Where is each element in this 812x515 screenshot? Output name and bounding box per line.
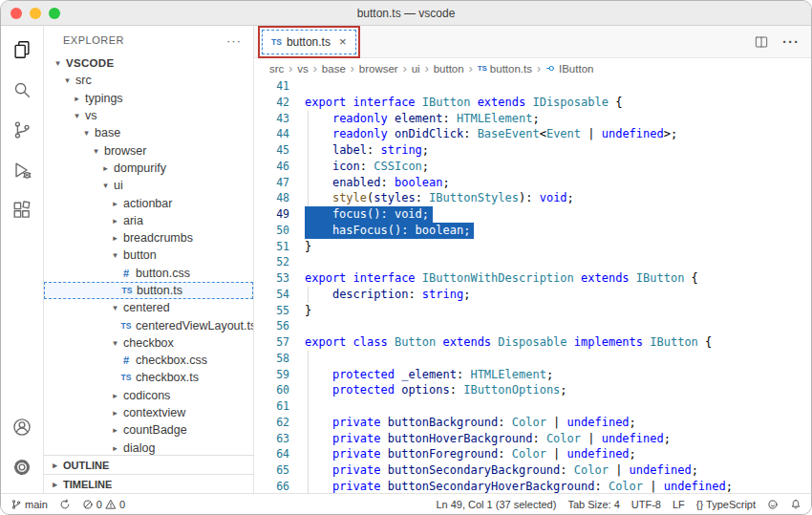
code-line-63[interactable]: 63 private buttonHoverBackground: Color …: [254, 431, 811, 447]
tree-folder-breadcrumbs[interactable]: ▸breadcrumbs: [44, 229, 253, 247]
code-line-41[interactable]: 41: [254, 78, 811, 95]
tab-button-ts[interactable]: TS button.ts ×: [262, 30, 356, 54]
split-editor-button[interactable]: [754, 34, 769, 50]
line-number: 49: [254, 206, 295, 223]
status-eol[interactable]: LF: [673, 499, 685, 510]
code-line-51[interactable]: 51}: [254, 239, 811, 255]
tree-folder-aria[interactable]: ▸aria: [44, 212, 253, 229]
tree-folder-dialog[interactable]: ▸dialog: [44, 440, 253, 455]
line-number: 44: [254, 126, 295, 142]
code-line-48[interactable]: 48 style(styles: IButtonStyles): void;: [254, 190, 811, 206]
tree-folder-button[interactable]: ▾button: [44, 247, 253, 264]
code-line-61[interactable]: 61: [254, 398, 811, 415]
activitybar-settings[interactable]: [1, 447, 43, 487]
tree-folder-countBadge[interactable]: ▸countBadge: [44, 421, 253, 439]
tree-folder-codicons[interactable]: ▸codicons: [44, 387, 253, 404]
code-line-50[interactable]: 50 hasFocus(): boolean;: [254, 223, 811, 239]
line-number: 42: [254, 95, 295, 111]
tree-folder-VSCODE[interactable]: ▾VSCODE: [44, 54, 253, 72]
status-language[interactable]: {} TypeScript: [696, 499, 756, 510]
activity-bar: [1, 26, 44, 493]
sidebar-panel-outline[interactable]: ▸OUTLINE: [44, 455, 253, 474]
tree-folder-vs[interactable]: ▾vs: [44, 107, 253, 124]
activitybar-extensions[interactable]: [1, 190, 43, 230]
tree-folder-actionbar[interactable]: ▸actionbar: [44, 194, 253, 211]
status-notifications[interactable]: [790, 499, 801, 510]
breadcrumb-item[interactable]: IButton: [545, 63, 593, 75]
breadcrumb-item[interactable]: base: [322, 63, 346, 75]
breadcrumb-item[interactable]: vs: [297, 63, 309, 75]
zoom-window-button[interactable]: [49, 8, 60, 19]
tree-file-checkbox.css[interactable]: #checkbox.css: [44, 352, 253, 369]
line-number: 57: [254, 334, 295, 351]
code-line-55[interactable]: 55}: [254, 303, 811, 319]
code-line-57[interactable]: 57export class Button extends Disposable…: [254, 334, 811, 351]
line-number: 60: [254, 382, 295, 398]
activitybar-source-control[interactable]: [1, 110, 43, 150]
tree-folder-checkbox[interactable]: ▾checkbox: [44, 334, 253, 352]
tree-file-centeredViewLayout.ts[interactable]: TScenteredViewLayout.ts: [44, 316, 253, 333]
breadcrumb-item[interactable]: src: [269, 63, 284, 75]
status-problems[interactable]: 00: [82, 499, 125, 510]
code-line-66[interactable]: 66 private buttonSecondaryHoverBackgroun…: [254, 479, 811, 493]
code-line-56[interactable]: 56: [254, 318, 811, 334]
activitybar-explorer[interactable]: [1, 30, 43, 70]
code-line-59[interactable]: 59 protected _element: HTMLElement;: [254, 367, 811, 383]
more-actions-icon[interactable]: ···: [226, 33, 242, 48]
tree-item-label: button.css: [136, 267, 190, 280]
breadcrumb: src›vs›base›browser›ui›button›TSbutton.t…: [254, 58, 811, 78]
tree-folder-dompurify[interactable]: ▸dompurify: [44, 160, 253, 177]
chevron-down-icon: ▾: [52, 58, 64, 68]
activitybar-run-and-debug[interactable]: [1, 150, 43, 190]
code-line-58[interactable]: 58: [254, 351, 811, 367]
close-icon[interactable]: ×: [339, 34, 347, 49]
tree-folder-browser[interactable]: ▾browser: [44, 141, 253, 159]
status-cursor-position[interactable]: Ln 49, Col 1 (37 selected): [436, 499, 556, 510]
code-line-49[interactable]: 49 focus(): void;: [254, 206, 811, 223]
tree-folder-centered[interactable]: ▾centered: [44, 299, 253, 316]
breadcrumb-label: IButton: [559, 63, 593, 75]
code-line-64[interactable]: 64 private buttonForeground: Color | und…: [254, 446, 811, 462]
code-line-62[interactable]: 62 private buttonBackground: Color | und…: [254, 415, 811, 431]
code-line-54[interactable]: 54 description: string;: [254, 287, 811, 303]
status-label: UTF-8: [631, 499, 661, 510]
code-line-53[interactable]: 53export interface IButtonWithDescriptio…: [254, 270, 811, 287]
code-line-52[interactable]: 52: [254, 254, 811, 270]
tree-file-button.css[interactable]: #button.css: [44, 265, 253, 282]
status-feedback[interactable]: [767, 499, 779, 510]
code-line-43[interactable]: 43 readonly element: HTMLElement;: [254, 111, 811, 127]
breadcrumb-separator: ›: [469, 62, 473, 75]
breadcrumb-item[interactable]: TSbutton.ts: [478, 63, 532, 75]
breadcrumb-item[interactable]: button: [434, 63, 464, 75]
breadcrumb-item[interactable]: ui: [412, 63, 420, 75]
breadcrumb-item[interactable]: browser: [359, 63, 398, 75]
chevron-down-icon: ▾: [71, 111, 83, 120]
status-indentation[interactable]: Tab Size: 4: [567, 499, 619, 510]
tree-folder-ui[interactable]: ▾ui: [44, 177, 253, 194]
code-line-47[interactable]: 47 enabled: boolean;: [254, 175, 811, 191]
line-number: 59: [254, 367, 295, 383]
minimize-window-button[interactable]: [30, 8, 41, 19]
tree-folder-typings[interactable]: ▸typings: [44, 90, 253, 107]
code-line-60[interactable]: 60 protected options: IButtonOptions;: [254, 382, 811, 398]
sidebar-panel-timeline[interactable]: ▸TIMELINE: [44, 474, 253, 493]
code-editor[interactable]: 4142export interface IButton extends IDi…: [254, 78, 811, 493]
tree-file-checkbox.ts[interactable]: TScheckbox.ts: [44, 369, 253, 386]
extensions-icon: [11, 200, 32, 221]
tree-folder-base[interactable]: ▾base: [44, 124, 253, 141]
code-line-44[interactable]: 44 readonly onDidClick: BaseEvent<Event …: [254, 126, 811, 142]
close-window-button[interactable]: [11, 8, 22, 19]
status-sync[interactable]: [59, 499, 71, 510]
code-line-65[interactable]: 65 private buttonSecondaryBackground: Co…: [254, 462, 811, 479]
tree-file-button.ts[interactable]: TSbutton.ts: [44, 282, 253, 299]
code-line-42[interactable]: 42export interface IButton extends IDisp…: [254, 95, 811, 111]
activitybar-accounts[interactable]: [1, 407, 43, 447]
more-actions-button[interactable]: ···: [782, 33, 800, 51]
status-branch[interactable]: main: [11, 499, 48, 510]
status-encoding[interactable]: UTF-8: [631, 499, 661, 510]
code-line-46[interactable]: 46 icon: CSSIcon;: [254, 159, 811, 175]
code-line-45[interactable]: 45 label: string;: [254, 142, 811, 159]
activitybar-search[interactable]: [1, 70, 43, 110]
tree-folder-src[interactable]: ▾src: [44, 72, 253, 89]
tree-folder-contextview[interactable]: ▸contextview: [44, 404, 253, 421]
